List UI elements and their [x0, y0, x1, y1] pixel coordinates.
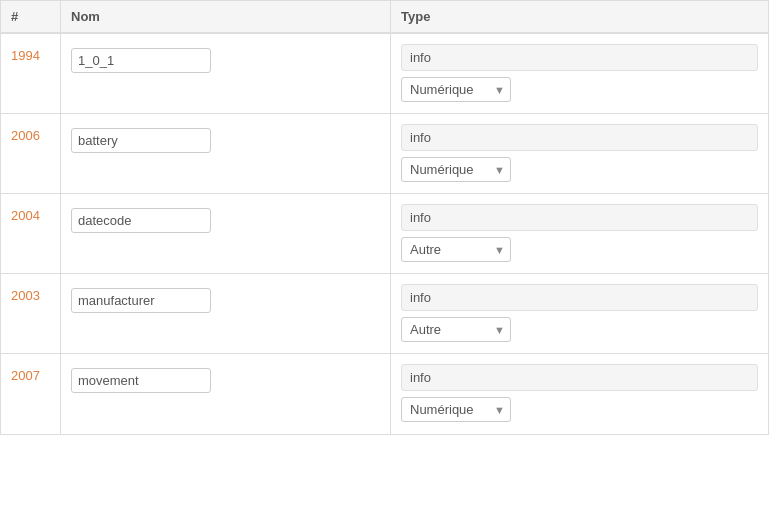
table-row: 1994infoNumériqueAutreTexte▼: [1, 34, 768, 114]
type-select[interactable]: NumériqueAutreTexte: [401, 157, 511, 182]
nom-input[interactable]: [71, 128, 211, 153]
info-display: info: [401, 44, 758, 71]
type-select-wrapper: NumériqueAutreTexte▼: [401, 237, 511, 262]
type-select[interactable]: NumériqueAutreTexte: [401, 397, 511, 422]
nom-input[interactable]: [71, 208, 211, 233]
row-id: 2004: [1, 194, 61, 273]
row-id: 2003: [1, 274, 61, 353]
table-row: 2007infoNumériqueAutreTexte▼: [1, 354, 768, 434]
info-display: info: [401, 204, 758, 231]
row-type: infoNumériqueAutreTexte▼: [391, 114, 768, 193]
table-row: 2003infoNumériqueAutreTexte▼: [1, 274, 768, 354]
type-select[interactable]: NumériqueAutreTexte: [401, 77, 511, 102]
header-nom: Nom: [61, 1, 391, 32]
info-display: info: [401, 124, 758, 151]
header-id: #: [1, 1, 61, 32]
row-nom: [61, 114, 391, 193]
header-type: Type: [391, 1, 768, 32]
info-display: info: [401, 284, 758, 311]
row-id: 2006: [1, 114, 61, 193]
info-display: info: [401, 364, 758, 391]
nom-input[interactable]: [71, 48, 211, 73]
nom-input[interactable]: [71, 368, 211, 393]
table-row: 2004infoNumériqueAutreTexte▼: [1, 194, 768, 274]
type-select-wrapper: NumériqueAutreTexte▼: [401, 77, 511, 102]
row-nom: [61, 34, 391, 113]
row-id: 1994: [1, 34, 61, 113]
data-table: # Nom Type 1994infoNumériqueAutreTexte▼2…: [0, 0, 769, 435]
row-id: 2007: [1, 354, 61, 434]
row-type: infoNumériqueAutreTexte▼: [391, 194, 768, 273]
table-row: 2006infoNumériqueAutreTexte▼: [1, 114, 768, 194]
type-select-wrapper: NumériqueAutreTexte▼: [401, 397, 511, 422]
nom-input[interactable]: [71, 288, 211, 313]
row-nom: [61, 354, 391, 434]
type-select[interactable]: NumériqueAutreTexte: [401, 317, 511, 342]
type-select-wrapper: NumériqueAutreTexte▼: [401, 317, 511, 342]
row-type: infoNumériqueAutreTexte▼: [391, 34, 768, 113]
row-type: infoNumériqueAutreTexte▼: [391, 354, 768, 434]
table-header: # Nom Type: [1, 0, 768, 34]
table-body: 1994infoNumériqueAutreTexte▼2006infoNumé…: [1, 34, 768, 434]
row-nom: [61, 274, 391, 353]
row-type: infoNumériqueAutreTexte▼: [391, 274, 768, 353]
type-select-wrapper: NumériqueAutreTexte▼: [401, 157, 511, 182]
row-nom: [61, 194, 391, 273]
type-select[interactable]: NumériqueAutreTexte: [401, 237, 511, 262]
